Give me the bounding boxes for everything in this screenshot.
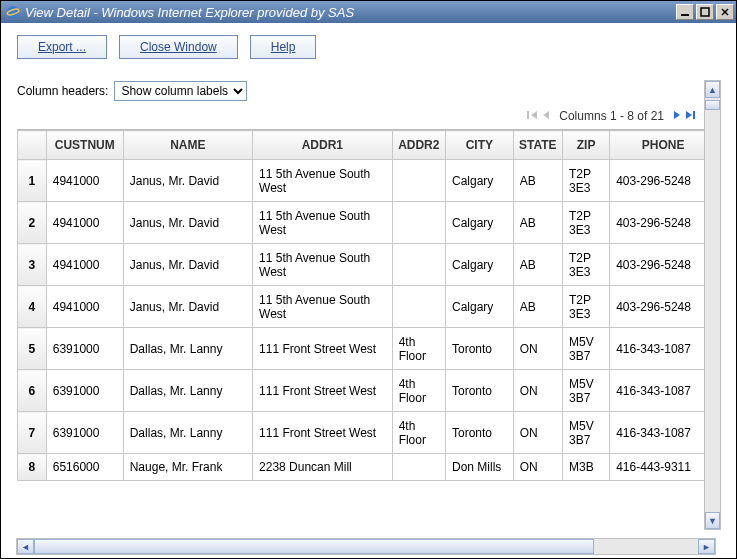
maximize-button[interactable] [696, 4, 714, 20]
cell-zip: T2P 3E3 [562, 244, 609, 286]
scroll-up-icon[interactable]: ▲ [705, 81, 720, 98]
rownum: 7 [18, 412, 47, 454]
window-title: View Detail - Windows Internet Explorer … [25, 5, 676, 20]
rownum: 5 [18, 328, 47, 370]
rownum: 1 [18, 160, 47, 202]
cell-phone: 403-296-5248 [610, 160, 717, 202]
rownum: 8 [18, 454, 47, 481]
col-name[interactable]: NAME [123, 131, 252, 160]
vertical-scrollbar[interactable]: ▲ ▼ [704, 80, 721, 530]
column-headers-select[interactable]: Show column labels [114, 81, 247, 101]
minimize-button[interactable] [676, 4, 694, 20]
close-button[interactable] [716, 4, 734, 20]
cell-custnum: 4941000 [46, 160, 123, 202]
table-header-row: CUSTNUM NAME ADDR1 ADDR2 CITY STATE ZIP … [18, 131, 717, 160]
rownum: 6 [18, 370, 47, 412]
col-city[interactable]: CITY [445, 131, 513, 160]
svg-rect-3 [701, 8, 709, 16]
cell-phone: 403-296-5248 [610, 202, 717, 244]
cell-name: Janus, Mr. David [123, 160, 252, 202]
cell-custnum: 6391000 [46, 412, 123, 454]
cell-city: Calgary [445, 286, 513, 328]
cell-addr1: 2238 Duncan Mill [253, 454, 393, 481]
first-columns-icon[interactable] [527, 109, 539, 123]
rownum: 4 [18, 286, 47, 328]
cell-addr2: 4th Floor [392, 370, 445, 412]
table-row[interactable]: 34941000Janus, Mr. David11 5th Avenue So… [18, 244, 717, 286]
cell-city: Toronto [445, 328, 513, 370]
data-table: CUSTNUM NAME ADDR1 ADDR2 CITY STATE ZIP … [17, 130, 717, 481]
cell-phone: 416-343-1087 [610, 328, 717, 370]
svg-rect-6 [527, 111, 529, 119]
cell-zip: T2P 3E3 [562, 160, 609, 202]
cell-state: AB [513, 244, 562, 286]
scroll-left-icon[interactable]: ◄ [17, 539, 34, 554]
vertical-scroll-thumb[interactable] [705, 100, 720, 110]
export-button[interactable]: Export ... [17, 35, 107, 59]
cell-addr1: 111 Front Street West [253, 370, 393, 412]
cell-zip: T2P 3E3 [562, 202, 609, 244]
cell-name: Nauge, Mr. Frank [123, 454, 252, 481]
table-row[interactable]: 24941000Janus, Mr. David11 5th Avenue So… [18, 202, 717, 244]
cell-addr2 [392, 244, 445, 286]
next-columns-icon[interactable] [672, 109, 682, 123]
scroll-right-icon[interactable]: ► [698, 539, 715, 554]
close-window-button[interactable]: Close Window [119, 35, 238, 59]
scroll-down-icon[interactable]: ▼ [705, 512, 720, 529]
cell-addr2: 4th Floor [392, 412, 445, 454]
col-addr1[interactable]: ADDR1 [253, 131, 393, 160]
cell-name: Janus, Mr. David [123, 244, 252, 286]
table-row[interactable]: 86516000Nauge, Mr. Frank2238 Duncan Mill… [18, 454, 717, 481]
cell-addr2 [392, 454, 445, 481]
rownum: 3 [18, 244, 47, 286]
cell-name: Dallas, Mr. Lanny [123, 370, 252, 412]
cell-zip: M3B [562, 454, 609, 481]
rownum: 2 [18, 202, 47, 244]
toolbar: Export ... Close Window Help [17, 35, 720, 59]
cell-city: Calgary [445, 202, 513, 244]
col-rownum[interactable] [18, 131, 47, 160]
cell-custnum: 6516000 [46, 454, 123, 481]
cell-addr1: 111 Front Street West [253, 328, 393, 370]
cell-state: AB [513, 160, 562, 202]
table-row[interactable]: 76391000Dallas, Mr. Lanny111 Front Stree… [18, 412, 717, 454]
cell-custnum: 6391000 [46, 370, 123, 412]
table-row[interactable]: 66391000Dallas, Mr. Lanny111 Front Stree… [18, 370, 717, 412]
cell-name: Dallas, Mr. Lanny [123, 412, 252, 454]
cell-custnum: 4941000 [46, 202, 123, 244]
col-addr2[interactable]: ADDR2 [392, 131, 445, 160]
table-row[interactable]: 56391000Dallas, Mr. Lanny111 Front Stree… [18, 328, 717, 370]
cell-state: ON [513, 328, 562, 370]
cell-city: Calgary [445, 160, 513, 202]
col-zip[interactable]: ZIP [562, 131, 609, 160]
col-state[interactable]: STATE [513, 131, 562, 160]
window-titlebar: View Detail - Windows Internet Explorer … [1, 1, 736, 23]
cell-city: Don Mills [445, 454, 513, 481]
table-row[interactable]: 44941000Janus, Mr. David11 5th Avenue So… [18, 286, 717, 328]
cell-phone: 416-343-1087 [610, 370, 717, 412]
cell-phone: 416-343-1087 [610, 412, 717, 454]
table-row[interactable]: 14941000Janus, Mr. David11 5th Avenue So… [18, 160, 717, 202]
svg-marker-7 [531, 111, 537, 119]
last-columns-icon[interactable] [684, 109, 696, 123]
svg-rect-2 [681, 14, 689, 16]
cell-zip: M5V 3B7 [562, 328, 609, 370]
svg-rect-11 [693, 111, 695, 119]
col-custnum[interactable]: CUSTNUM [46, 131, 123, 160]
cell-addr2 [392, 202, 445, 244]
horizontal-scrollbar[interactable]: ◄ ► [16, 538, 716, 555]
cell-city: Calgary [445, 244, 513, 286]
cell-city: Toronto [445, 370, 513, 412]
cell-phone: 403-296-5248 [610, 286, 717, 328]
prev-columns-icon[interactable] [541, 109, 551, 123]
cell-custnum: 6391000 [46, 328, 123, 370]
cell-custnum: 4941000 [46, 244, 123, 286]
cell-addr2 [392, 286, 445, 328]
cell-addr1: 11 5th Avenue South West [253, 160, 393, 202]
cell-state: AB [513, 286, 562, 328]
cell-addr1: 111 Front Street West [253, 412, 393, 454]
svg-marker-8 [543, 111, 549, 119]
horizontal-scroll-thumb[interactable] [34, 539, 594, 554]
help-button[interactable]: Help [250, 35, 317, 59]
col-phone[interactable]: PHONE [610, 131, 717, 160]
